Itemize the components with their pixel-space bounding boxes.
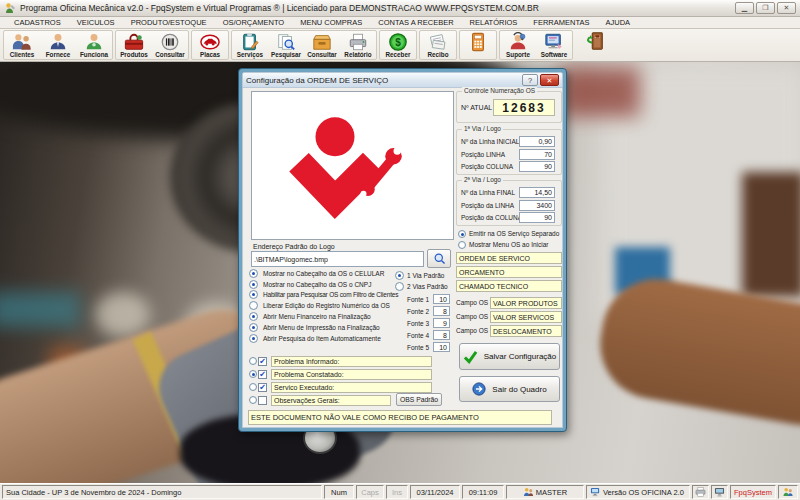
help-icon[interactable]: ? <box>522 74 538 86</box>
doc-type-chamado-field[interactable]: CHAMADO TECNICO <box>456 280 562 292</box>
suporte-button[interactable]: Suporte <box>500 31 536 59</box>
users-icon <box>523 487 534 497</box>
close-button[interactable]: ✕ <box>777 2 796 14</box>
option-cnpj-radio[interactable] <box>249 280 258 289</box>
svg-text:EXIT: EXIT <box>595 36 601 39</box>
services-icon <box>238 32 262 52</box>
servicos-button[interactable]: Serviços <box>232 31 268 59</box>
calculator-icon <box>466 32 490 52</box>
observacoes-radio[interactable] <box>249 396 257 404</box>
pesquisar-os-button[interactable]: Pesquisar <box>268 31 304 59</box>
software-button[interactable]: Software <box>536 31 572 59</box>
restore-button[interactable]: ❐ <box>756 2 775 14</box>
status-display[interactable] <box>711 485 728 499</box>
menu-contas-receber[interactable]: CONTAS A RECEBER <box>370 18 461 27</box>
menu-produto-estoque[interactable]: PRODUTO/ESTOQUE <box>123 18 215 27</box>
menu-cadastros[interactable]: CADASTROS <box>6 18 69 27</box>
produtos-button[interactable]: Produtos <box>116 31 152 59</box>
funcionarios-button[interactable]: Funciona <box>76 31 112 59</box>
option-financeiro-radio[interactable] <box>249 312 258 321</box>
menu-veiculos[interactable]: VEICULOS <box>69 18 123 27</box>
status-bar: Sua Cidade - UP 3 de Novembro de 2024 - … <box>0 483 800 500</box>
placas-button[interactable]: Placas <box>192 31 228 59</box>
via1-row3-input[interactable]: 90 <box>519 161 555 172</box>
logo-path-input[interactable]: .\BITMAP\logomec.bmp <box>251 251 424 267</box>
menu-ajuda[interactable]: AJUDA <box>597 18 638 27</box>
clientes-button[interactable]: Clientes <box>4 31 40 59</box>
relatorio-button[interactable]: Relatório <box>340 31 376 59</box>
status-version-label: Versão OS OFICINA 2.0 <box>603 488 684 497</box>
consultar-os-button[interactable]: Consultar <box>304 31 340 59</box>
option-pesquisa-item-radio[interactable] <box>249 334 258 343</box>
receber-button[interactable]: $ Receber <box>380 31 416 59</box>
via2-row3-input[interactable]: 90 <box>519 212 555 223</box>
via2-row1-input[interactable]: 14,50 <box>519 187 555 198</box>
option-celular-radio[interactable] <box>249 269 258 278</box>
exit-dialog-button[interactable]: Sair do Quadro <box>459 376 560 402</box>
via1-row1-label: Nº da Linha INICIAL <box>461 138 519 145</box>
num-atual-field[interactable]: 12683 <box>493 99 555 116</box>
minimize-button[interactable]: ▁ <box>735 2 754 14</box>
photo-teal-smudge <box>0 292 80 327</box>
mechanic-logo <box>278 106 428 226</box>
campo-os3-field[interactable]: DESLOCAMENTO <box>490 325 562 337</box>
window-title: Programa Oficina Mecânica v2.0 - FpqSyst… <box>20 3 733 13</box>
problema-constatado-checkbox[interactable] <box>258 370 267 379</box>
option-edicao-radio[interactable] <box>249 301 258 310</box>
emitir-separado-radio[interactable] <box>458 230 466 238</box>
problema-constatado-field[interactable]: Problema Constatado: <box>271 369 432 380</box>
fonte1-input[interactable]: 10 <box>433 294 450 304</box>
status-printer[interactable] <box>692 485 709 499</box>
option-impressao-radio[interactable] <box>249 323 258 332</box>
numbering-group-label: Controle Numeração OS <box>462 87 537 94</box>
servico-executado-radio[interactable] <box>249 383 257 391</box>
dialog-close-icon[interactable]: ✕ <box>540 74 559 86</box>
via1-radio[interactable] <box>395 271 404 280</box>
option-filtro-radio[interactable] <box>249 290 258 299</box>
plates-icon <box>198 32 222 52</box>
save-config-button[interactable]: Salvar Configuração <box>459 343 560 370</box>
toolbar-group-people: Clientes Fornece Funciona <box>3 30 113 60</box>
menu-relatorios[interactable]: RELATÓRIOS <box>462 18 526 27</box>
status-user-label: MASTER <box>536 488 567 497</box>
app-icon <box>4 2 16 14</box>
via2-row2-input[interactable]: 3400 <box>519 200 555 211</box>
dialog-titlebar[interactable]: Configuração da ORDEM DE SERVIÇO ? ✕ <box>242 72 563 88</box>
menu-ferramentas[interactable]: FERRAMENTAS <box>525 18 597 27</box>
doc-type-orcamento-field[interactable]: ORCAMENTO <box>456 266 562 278</box>
via2-row1-label: Nº da Linha FINAL <box>461 189 515 196</box>
menu-os-orcamento[interactable]: OS/ORÇAMENTO <box>215 18 293 27</box>
fonte4-input[interactable]: 8 <box>433 330 450 340</box>
observacoes-field[interactable]: Observações Gerais: <box>271 395 391 406</box>
via2-group-label: 2ª Via / Logo <box>462 176 503 183</box>
menu-compras[interactable]: MENU COMPRAS <box>292 18 370 27</box>
fonte2-input[interactable]: 8 <box>433 306 450 316</box>
status-brand: FpqSystem <box>730 485 776 499</box>
status-time: 09:11:09 <box>462 485 504 499</box>
consultar-produtos-button[interactable]: Consultar <box>152 31 188 59</box>
campo-os2-field[interactable]: VALOR SERVICOS <box>490 311 562 323</box>
calculadora-button[interactable] <box>460 31 496 59</box>
doc-type-os-field[interactable]: ORDEM DE SERVICO <box>456 252 562 264</box>
via1-row1-input[interactable]: 0,90 <box>519 136 555 147</box>
campo-os1-field[interactable]: VALOR PRODUTOS <box>490 297 562 309</box>
servico-executado-checkbox[interactable] <box>258 383 267 392</box>
sair-button[interactable]: EXIT <box>577 30 613 60</box>
servico-executado-field[interactable]: Servico Executado: <box>271 382 432 393</box>
menu-bar: CADASTROS VEICULOS PRODUTO/ESTOQUE OS/OR… <box>0 17 800 29</box>
recibo-button[interactable]: Recibo <box>420 31 456 59</box>
problema-informado-field[interactable]: Problema Informado: <box>271 356 432 367</box>
fornecedores-button[interactable]: Fornece <box>40 31 76 59</box>
browse-logo-button[interactable] <box>427 249 451 268</box>
obs-padrao-button[interactable]: OBS Padrão <box>396 393 442 406</box>
mostrar-menu-radio[interactable] <box>458 241 466 249</box>
fonte5-input[interactable]: 10 <box>433 342 450 352</box>
via2-radio[interactable] <box>395 282 404 291</box>
observacoes-checkbox[interactable] <box>258 396 267 405</box>
via1-row2-input[interactable]: 70 <box>519 149 555 160</box>
problema-informado-radio[interactable] <box>249 357 257 365</box>
problema-constatado-radio[interactable] <box>249 370 257 378</box>
problema-informado-checkbox[interactable] <box>258 357 267 366</box>
fonte3-input[interactable]: 9 <box>433 318 450 328</box>
emitir-separado-label: Emitir na OS Serviço Separado <box>469 230 559 237</box>
